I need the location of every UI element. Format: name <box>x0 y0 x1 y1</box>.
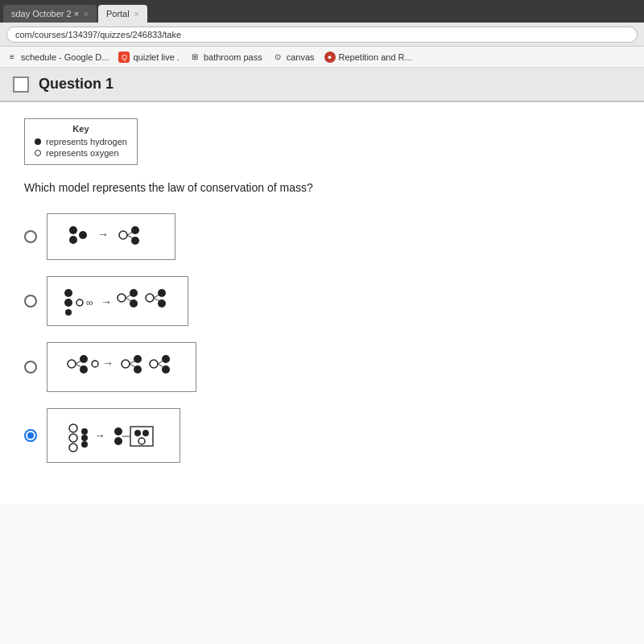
svg-text:→: → <box>102 357 114 369</box>
bookmarks-bar: ≡ schedule - Google D... Q quizlet live … <box>0 47 644 68</box>
molecule-diagram-d: → <box>57 415 170 456</box>
tab-close-icon[interactable]: × <box>84 10 89 19</box>
quizlet-icon: Q <box>118 52 130 63</box>
oxygen-dot-icon <box>35 150 41 156</box>
radio-a[interactable] <box>24 230 37 243</box>
svg-point-53 <box>134 430 141 436</box>
svg-point-27 <box>80 355 88 363</box>
svg-point-32 <box>122 360 130 368</box>
svg-point-15 <box>118 294 126 302</box>
schedule-icon: ≡ <box>6 52 18 63</box>
svg-point-8 <box>131 237 139 245</box>
answer-box-d: → <box>47 408 180 463</box>
svg-point-9 <box>64 289 72 297</box>
key-title: Key <box>35 124 127 134</box>
content-area: Question 1 Key represents hydrogen repre… <box>0 68 644 644</box>
svg-point-36 <box>134 365 142 374</box>
svg-line-7 <box>127 235 133 238</box>
bathroom-icon: ⊞ <box>189 52 200 63</box>
molecule-diagram-c: → <box>57 349 186 385</box>
question-body: Key represents hydrogen represents oxyge… <box>0 102 644 505</box>
canvas-icon: ⊙ <box>272 52 283 63</box>
svg-point-55 <box>138 438 145 444</box>
svg-point-30 <box>92 361 98 367</box>
answer-box-b: ∞ → <box>47 276 188 326</box>
svg-text:∞: ∞ <box>86 297 93 308</box>
browser-tabs: sday October 2 × × Portal × <box>0 0 644 23</box>
svg-point-2 <box>79 231 87 239</box>
radio-c[interactable] <box>24 361 37 374</box>
svg-point-42 <box>69 434 77 442</box>
repetition-icon: ● <box>324 52 336 63</box>
svg-point-54 <box>142 430 149 436</box>
bookmark-repetition[interactable]: ● Repetition and R... <box>324 52 412 63</box>
svg-point-19 <box>130 299 138 308</box>
svg-point-12 <box>76 299 83 306</box>
radio-d[interactable] <box>24 429 37 442</box>
answer-box-c: → <box>47 342 196 392</box>
answer-option-a[interactable]: → <box>24 213 620 260</box>
svg-point-24 <box>158 299 166 308</box>
svg-point-49 <box>114 427 122 436</box>
hydrogen-dot-icon <box>35 138 41 145</box>
question-header: Question 1 <box>0 68 644 102</box>
tab-close-active-icon[interactable]: × <box>134 10 139 19</box>
svg-point-44 <box>69 444 77 452</box>
svg-point-37 <box>150 360 158 368</box>
svg-point-41 <box>162 365 170 374</box>
svg-line-18 <box>126 298 131 301</box>
svg-point-20 <box>146 294 154 302</box>
answer-option-b[interactable]: ∞ → <box>24 276 620 326</box>
svg-line-28 <box>76 364 81 367</box>
svg-point-45 <box>81 428 88 435</box>
tab-october[interactable]: sday October 2 × × <box>3 5 97 23</box>
answer-option-c[interactable]: → <box>24 342 620 392</box>
svg-point-29 <box>80 365 88 374</box>
svg-point-11 <box>65 309 72 316</box>
bookmark-canvas[interactable]: ⊙ canvas <box>272 52 315 63</box>
svg-point-50 <box>114 437 122 445</box>
tab-portal[interactable]: Portal × <box>98 5 147 23</box>
svg-line-23 <box>154 298 159 301</box>
bookmark-bathroom[interactable]: ⊞ bathroom pass <box>189 52 262 63</box>
svg-point-47 <box>81 441 88 448</box>
key-oxygen: represents oxygen <box>35 148 127 158</box>
svg-text:→: → <box>101 295 112 308</box>
url-bar[interactable]: com/courses/134397/quizzes/246833/take <box>6 27 638 43</box>
bookmark-quizlet[interactable]: Q quizlet live . <box>118 52 179 63</box>
question-text: Which model represents the law of conser… <box>24 181 620 194</box>
svg-point-25 <box>68 360 76 368</box>
svg-point-39 <box>162 355 170 363</box>
svg-point-46 <box>81 435 88 441</box>
svg-point-22 <box>158 289 166 297</box>
browser-bar: com/courses/134397/quizzes/246833/take <box>0 23 644 47</box>
svg-point-1 <box>69 236 77 244</box>
bookmark-schedule[interactable]: ≡ schedule - Google D... <box>6 52 109 63</box>
svg-line-40 <box>158 364 163 367</box>
radio-b[interactable] <box>24 295 37 308</box>
answer-option-d[interactable]: → <box>24 408 620 463</box>
svg-point-43 <box>69 424 77 432</box>
svg-text:→: → <box>97 228 109 241</box>
question-title: Question 1 <box>39 76 114 93</box>
question-checkbox[interactable] <box>13 76 29 93</box>
svg-point-17 <box>130 289 138 297</box>
svg-point-6 <box>131 226 139 234</box>
key-box: Key represents hydrogen represents oxyge… <box>24 118 138 165</box>
molecule-diagram-a: → <box>59 221 163 253</box>
svg-line-35 <box>130 364 135 367</box>
answer-box-a: → <box>47 213 175 260</box>
svg-point-4 <box>119 231 127 239</box>
svg-point-10 <box>64 299 72 307</box>
svg-point-34 <box>134 355 142 363</box>
key-hydrogen: represents hydrogen <box>35 137 127 147</box>
svg-point-0 <box>69 226 77 234</box>
molecule-diagram-b: ∞ → <box>57 283 178 319</box>
svg-text:→: → <box>94 429 105 442</box>
